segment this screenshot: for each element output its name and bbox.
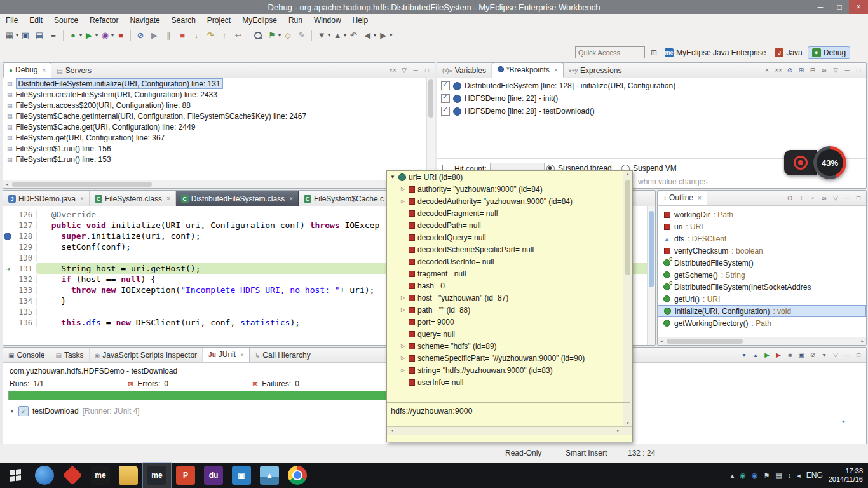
breakpoint-checkbox[interactable] [441,81,450,90]
chart-tray-icon[interactable]: ▤ [775,471,782,480]
variable-row[interactable]: ▷host= "yuzhouwan" (id=87) [387,292,632,304]
tab-variables[interactable]: (x)= Variables [437,64,492,78]
tab-js-inspector[interactable]: ◉JavaScript Scripts Inspector [90,348,203,362]
view-menu-icon[interactable]: ▽ [830,193,841,203]
instruction-pointer-icon[interactable]: → [3,264,12,273]
menu-file[interactable]: File [0,15,24,26]
scroll-right-icon[interactable]: ▸ [858,337,866,345]
hidden-icons-chevron[interactable]: ▴ [731,471,735,480]
menu-run[interactable]: Run [283,15,308,26]
link-with-debug-icon[interactable]: ∞ [818,65,830,75]
close-tab-icon[interactable]: × [80,195,84,202]
taskbar-app-browser[interactable] [31,463,58,488]
horizontal-scrollbar[interactable]: ◂ ▸ [3,180,435,188]
variable-row[interactable]: decodedSchemeSpecificPart= null [387,243,632,255]
variable-row[interactable]: ▷string= "hdfs://yuzhouwan:9000" (id=83) [387,364,632,376]
sort-icon[interactable]: ↕ [796,193,807,203]
stack-frame-row[interactable]: ▤FileSystem.access$200(URI, Configuratio… [3,100,427,111]
filter-stack-icon[interactable]: ⊘ [807,349,818,360]
minimize-view-icon[interactable]: ─ [410,65,421,75]
maximize-view-icon[interactable]: □ [853,65,864,75]
menu-myeclipse[interactable]: MyEclipse [236,15,283,26]
variable-row[interactable]: decodedQuery= null [387,231,632,243]
view-menu-icon[interactable]: ▽ [830,65,841,75]
view-menu-icon[interactable]: ▽ [830,349,841,360]
variable-row[interactable]: ▷authority= "yuzhouwan:9000" (id=84) [387,183,632,195]
stop-icon[interactable]: ■ [114,29,127,42]
taskbar-app-folder[interactable] [114,463,142,488]
stack-frame-row[interactable]: ▤FileSystem$Cache.getInternal(URI, Confi… [3,111,427,121]
collapsed-arrow-icon[interactable]: ▷ [400,307,406,313]
remove-all-breakpoints-icon[interactable]: ×× [773,65,784,75]
network-tray-icon[interactable]: ↕ [788,471,792,479]
remove-breakpoint-icon[interactable]: × [761,65,773,75]
expand-all-icon[interactable]: ⊞ [796,65,807,75]
stack-frame-row[interactable]: ▤FileSystem$Cache.get(URI, Configuration… [3,121,427,132]
next-annotation-icon[interactable]: ▼ [315,29,328,42]
variable-root-row[interactable]: ▼ uri= URI (id=80) [387,171,632,183]
remove-all-terminated-icon[interactable]: ×× [387,65,398,75]
suspend-icon[interactable]: ∥ [162,29,175,42]
close-tab-icon[interactable]: × [554,67,558,74]
dropdown-caret-icon[interactable]: ▾ [390,32,392,38]
variable-row[interactable]: ▷path= "" (id=88) [387,304,632,316]
collapsed-arrow-icon[interactable]: ▷ [400,367,406,373]
close-tab-icon[interactable]: × [698,194,702,201]
breakpoint-row[interactable]: HDFSDemo [line: 28] - testDownload() [437,105,866,118]
perspective-debug[interactable]: ● Debug [808,46,850,59]
history-icon[interactable]: ▾ [818,349,830,360]
tab-breakpoints[interactable]: *Breakpoints × [492,62,564,78]
open-perspective-icon[interactable]: ⊞ [648,48,660,58]
breakpoint-gutter-icon[interactable] [3,233,12,240]
language-indicator[interactable]: ENG [806,471,823,480]
layout-grid-icon[interactable]: + [839,417,848,426]
close-tab-icon[interactable]: × [289,195,293,202]
collapsed-arrow-icon[interactable]: ▷ [400,355,406,361]
dropdown-caret-icon[interactable]: ▾ [278,32,281,38]
expander-icon[interactable]: ▼ [10,409,15,414]
breakpoint-checkbox[interactable] [441,107,450,116]
step-return-icon[interactable]: ↑ [218,29,231,42]
breakpoint-row[interactable]: HDFSDemo [line: 22] - init() [437,92,866,105]
prev-failure-icon[interactable]: ▴ [750,349,761,360]
open-type-icon[interactable]: ◇ [281,29,294,42]
stack-frame-row[interactable]: ▤FileSystem.createFileSystem(URI, Config… [3,89,427,100]
editor-tab-hdfsdemo[interactable]: J HDFSDemo.java × [3,191,90,206]
terminate-icon[interactable]: ■ [176,29,189,42]
scroll-right-icon[interactable]: ▸ [614,427,622,435]
taskbar-app-p[interactable]: P [172,463,200,488]
editor-tab-filesystem[interactable]: C FileSystem.class × [90,191,176,206]
back-icon[interactable]: ◀ [361,29,374,42]
tab-expressions[interactable]: x+y Expressions [564,64,628,78]
taskbar-app-chrome[interactable] [283,463,311,488]
expanded-arrow-icon[interactable]: ▼ [390,174,396,180]
close-tab-icon[interactable]: × [42,67,46,74]
stack-frame-row[interactable]: ▤FileSystem$1.run() line: 156 [3,143,427,154]
variable-row[interactable]: userInfo= null [387,376,632,388]
tab-servers[interactable]: ▤ Servers [51,64,97,78]
variable-row[interactable]: ▷schemeSpecificPart= "//yuzhouwan:9000" … [387,352,632,364]
mark-occurrences-icon[interactable]: ✎ [295,29,308,42]
variable-row[interactable]: hash= 0 [387,280,632,292]
breakpoint-row[interactable]: DistributedFileSystem [line: 128] - init… [437,79,866,92]
minimize-view-icon[interactable]: ─ [841,349,853,360]
export-results-icon[interactable]: ▣ [796,349,807,360]
popup-vertical-scrollbar[interactable]: ▴ ▾ [623,171,632,426]
flag-tray-icon[interactable]: ⚑ [763,471,770,480]
stack-frame-row[interactable]: ▤FileSystem.get(URI, Configuration) line… [3,132,427,143]
collapsed-arrow-icon[interactable]: ▷ [400,186,406,192]
rerun-test-icon[interactable]: ▶ [761,349,773,360]
stack-frame-row[interactable]: ▤DistributedFileSystem.initialize(URI, C… [3,78,427,89]
minimize-view-icon[interactable]: ─ [841,65,853,75]
taskbar-app-blue-cube[interactable]: ▣ [227,463,255,488]
menu-window[interactable]: Window [308,15,347,26]
maximize-icon[interactable]: □ [830,0,849,14]
tab-junit[interactable]: JuJUnit× [203,347,250,362]
collapse-all-icon[interactable]: ⊟ [807,65,818,75]
dropdown-caret-icon[interactable]: ▾ [374,32,376,38]
skip-breakpoints-icon[interactable]: ⊘ [134,29,147,42]
stop-test-icon[interactable]: ■ [784,349,796,360]
outline-item[interactable]: getScheme() : String [658,269,866,281]
stack-frame-row[interactable]: ▤FileSystem$1.run() line: 153 [3,154,427,165]
junit-test-row[interactable]: ▼ ✓ testDownload [Runner: JUnit 4] [10,406,140,416]
